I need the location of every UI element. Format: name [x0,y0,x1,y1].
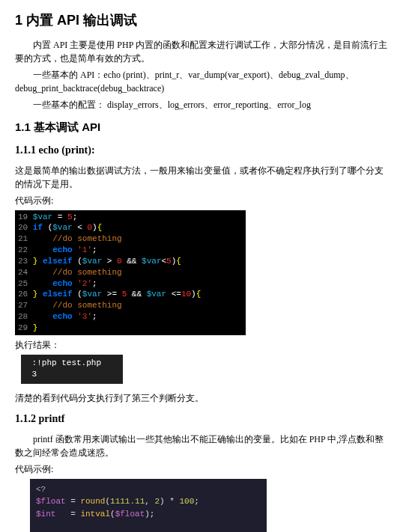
code-block-php: 19 $var = 5; 20 if ($var < 0){ 21 //do s… [15,210,246,335]
paragraph: 执行结果： [15,338,388,352]
result-block: :!php test.php 3 [21,355,123,384]
paragraph: 内置 API 主要是使用 PHP 内置的函数和配置来进行调试工作，大部分情况，是… [15,38,388,65]
paragraph: 一些基本的 API：echo (print)、print_r、var_dump(… [15,68,388,95]
paragraph: 代码示例: [15,194,388,207]
code-block-php: <? $float = round(1111.11, 2) * 100; $in… [30,479,267,532]
paragraph: 一些基本的配置： display_errors、log_errors、error… [15,98,388,111]
paragraph: printf 函数常用来调试输出一些其他输出不能正确输出的变量。比如在 PHP … [15,432,388,459]
paragraph: 代码示例: [15,462,388,476]
heading-1: 1 内置 API 输出调试 [15,10,388,31]
heading-3: 1.1.1 echo (print): [15,142,388,158]
paragraph: 这是最简单的输出数据调试方法，一般用来输出变量值，或者你不确定程序执行到了哪个分… [15,164,388,191]
heading-3: 1.1.2 printf [15,411,388,426]
paragraph: 清楚的看到代码分支执行到了第三个判断分支。 [15,391,388,405]
heading-2: 1.1 基本调试 API [15,119,388,136]
